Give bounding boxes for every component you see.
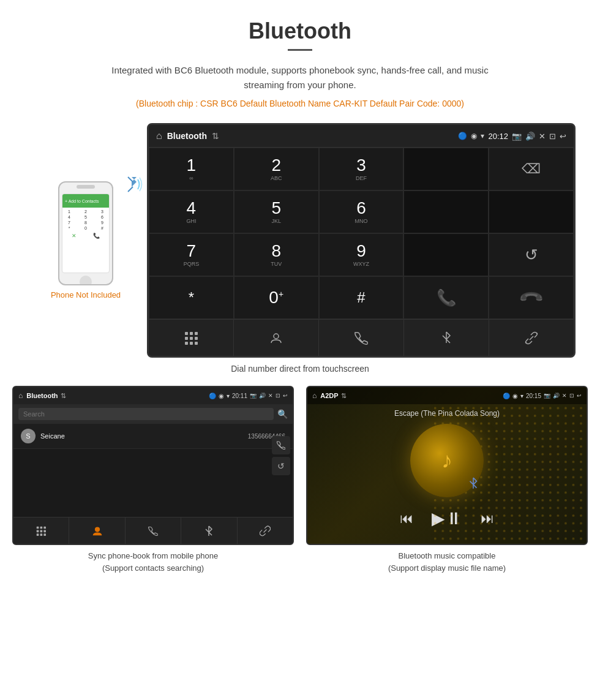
dial-key-5[interactable]: 5 JKL: [234, 190, 319, 233]
dial-call-button[interactable]: 📞: [403, 276, 489, 319]
pb-contact-name: Seicane: [40, 432, 248, 440]
pb-search-button[interactable]: 🔍: [277, 409, 288, 419]
music-screenshot: ⌂ A2DP ⇅ 🔵 ◉ ▾ 20:15 📷 🔊 ✕ ⊡ ↩: [306, 386, 588, 545]
home-icon[interactable]: ⌂: [156, 130, 162, 141]
bluetooth-waves-icon: [119, 172, 144, 199]
svg-rect-1: [190, 332, 193, 335]
close-icon[interactable]: ✕: [539, 132, 546, 141]
pb-call-side-btn[interactable]: [272, 436, 290, 454]
bluetooth-status-icon: 🔵: [458, 132, 467, 140]
svg-rect-18: [44, 533, 47, 536]
pb-toolbar-phone[interactable]: [126, 517, 181, 544]
dial-redial[interactable]: ↺: [489, 233, 574, 276]
bottom-right-caption: Bluetooth music compatible(Support displ…: [306, 550, 588, 574]
pb-contact-row[interactable]: S Seicane 13566664466: [13, 424, 293, 449]
svg-rect-4: [190, 337, 193, 340]
status-bar: ⌂ Bluetooth ⇅ 🔵 ◉ ▾ 20:12 📷 🔊 ✕ ⊡ ↩: [149, 125, 574, 147]
phonebook-item: ⌂ Bluetooth ⇅ 🔵 ◉ ▾ 20:11 📷 🔊 ✕ ⊡ ↩: [12, 386, 294, 574]
bottom-left-caption: Sync phone-book from mobile phone(Suppor…: [12, 550, 294, 574]
pb-back-icon[interactable]: ↩: [283, 393, 288, 399]
status-time: 20:12: [488, 132, 508, 141]
dial-key-9[interactable]: 9 WXYZ: [319, 233, 404, 276]
svg-rect-14: [40, 530, 43, 532]
camera-icon[interactable]: 📷: [512, 132, 522, 141]
bottom-toolbar: [149, 319, 574, 356]
music-usb-icon: ⇅: [341, 392, 347, 400]
middle-section: + Add to Contacts 1 2 3 4 5 6: [0, 123, 600, 358]
dial-key-1[interactable]: 1 ∞: [149, 148, 234, 190]
svg-rect-5: [195, 337, 198, 340]
dialpad: 1 ∞ 2 ABC 3 DEF ⌫ 4 GHI: [149, 147, 574, 319]
pb-search-input[interactable]: [18, 408, 274, 420]
pb-toolbar-dialpad[interactable]: [13, 517, 69, 544]
pb-title: Bluetooth: [26, 392, 58, 399]
phone-not-included-label: Phone Not Included: [51, 290, 121, 299]
pb-toolbar-bluetooth[interactable]: [181, 517, 237, 544]
dial-key-star[interactable]: *: [149, 276, 234, 319]
music-status-bar: ⌂ A2DP ⇅ 🔵 ◉ ▾ 20:15 📷 🔊 ✕ ⊡ ↩: [307, 387, 587, 404]
pb-contact-avatar: S: [21, 429, 36, 443]
dial-backspace[interactable]: ⌫: [489, 148, 574, 190]
bottom-row: ⌂ Bluetooth ⇅ 🔵 ◉ ▾ 20:11 📷 🔊 ✕ ⊡ ↩: [0, 386, 600, 574]
toolbar-phone[interactable]: [319, 320, 404, 356]
music-back-icon[interactable]: ↩: [577, 393, 582, 399]
back-icon[interactable]: ↩: [560, 132, 566, 141]
music-cam-icon: 📷: [544, 393, 550, 399]
toolbar-bluetooth[interactable]: [404, 320, 489, 356]
svg-rect-8: [195, 342, 198, 345]
dial-empty-2: [489, 190, 574, 233]
phone-body: + Add to Contacts 1 2 3 4 5 6: [58, 181, 113, 285]
pb-time: 20:11: [232, 393, 247, 399]
svg-point-9: [274, 334, 279, 339]
svg-rect-7: [190, 342, 193, 345]
pb-refresh-side-btn[interactable]: ↺: [272, 457, 290, 475]
music-win-icon: ⊡: [569, 393, 574, 399]
pb-toolbar-link[interactable]: [238, 517, 293, 544]
phonebook-screenshot: ⌂ Bluetooth ⇅ 🔵 ◉ ▾ 20:11 📷 🔊 ✕ ⊡ ↩: [12, 386, 294, 545]
music-title: A2DP: [320, 392, 338, 399]
svg-point-19: [95, 527, 100, 532]
dial-key-2[interactable]: 2 ABC: [234, 148, 319, 190]
music-prev-button[interactable]: ⏮: [400, 511, 413, 527]
music-home-icon[interactable]: ⌂: [312, 391, 317, 400]
music-time: 20:15: [526, 393, 541, 399]
dial-key-3[interactable]: 3 DEF: [319, 148, 404, 190]
volume-icon[interactable]: 🔊: [525, 132, 535, 141]
dial-empty-3: [403, 233, 489, 276]
dial-key-0[interactable]: 0+: [234, 276, 319, 319]
title-divider: [288, 49, 312, 51]
music-vol-icon: 🔊: [553, 393, 560, 399]
music-close-icon: ✕: [562, 393, 567, 399]
music-screen: ⌂ A2DP ⇅ 🔵 ◉ ▾ 20:15 📷 🔊 ✕ ⊡ ↩: [307, 387, 587, 544]
svg-rect-16: [37, 533, 39, 536]
description: Integrated with BC6 Bluetooth module, su…: [104, 63, 496, 92]
svg-rect-15: [44, 530, 47, 532]
svg-rect-10: [37, 526, 39, 529]
music-sig-icon: ▾: [520, 393, 523, 399]
music-loc-icon: ◉: [512, 393, 518, 399]
pb-cam-icon: 📷: [250, 393, 257, 399]
dial-key-7[interactable]: 7 PQRS: [149, 233, 234, 276]
phone-screen-content: 1 2 3 4 5 6 7 8 9: [62, 208, 109, 241]
pb-contact-list: S Seicane 13566664466: [13, 424, 293, 449]
window-icon[interactable]: ⊡: [549, 132, 556, 141]
toolbar-link[interactable]: [489, 320, 574, 356]
svg-rect-11: [40, 526, 43, 529]
dial-key-4[interactable]: 4 GHI: [149, 190, 234, 233]
pb-win-icon: ⊡: [276, 393, 280, 399]
dial-key-6[interactable]: 6 MNO: [319, 190, 404, 233]
phone-container: + Add to Contacts 1 2 3 4 5 6: [24, 181, 147, 299]
dial-key-hash[interactable]: #: [319, 276, 404, 319]
toolbar-dialpad[interactable]: [149, 320, 234, 356]
specs-text: (Bluetooth chip : CSR BC6 Default Blueto…: [0, 99, 600, 108]
svg-rect-17: [40, 533, 43, 536]
dial-display: [403, 148, 489, 190]
pb-home-icon[interactable]: ⌂: [18, 391, 23, 400]
usb-icon: ⇅: [212, 131, 219, 141]
car-screen: ⌂ Bluetooth ⇅ 🔵 ◉ ▾ 20:12 📷 🔊 ✕ ⊡ ↩: [147, 123, 576, 358]
toolbar-contacts[interactable]: [234, 320, 319, 356]
dial-key-8[interactable]: 8 TUV: [234, 233, 319, 276]
pb-close-icon: ✕: [268, 393, 273, 399]
pb-toolbar-contacts-active[interactable]: [69, 517, 125, 544]
dial-end-button[interactable]: 📞: [489, 276, 574, 319]
